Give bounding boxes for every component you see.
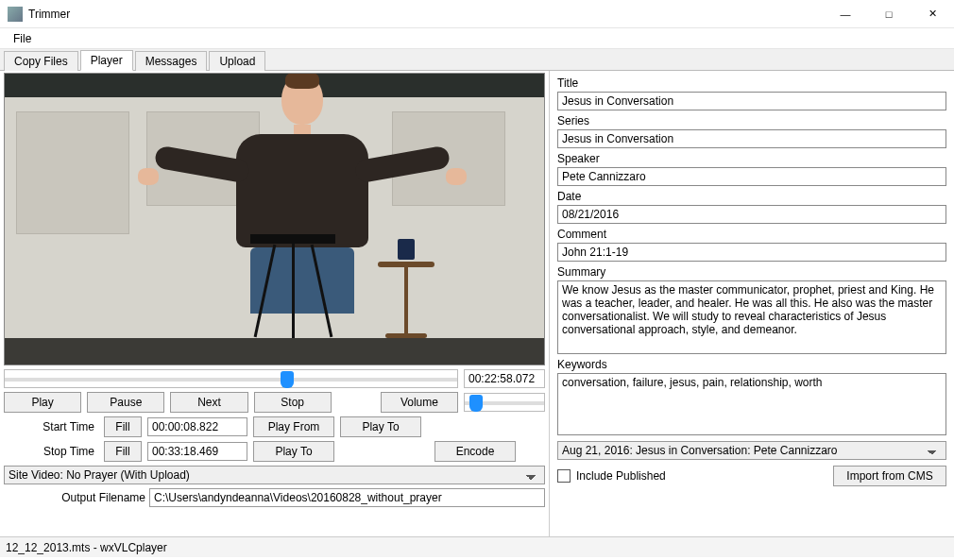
series-input[interactable] [557,129,946,148]
start-play-to-button[interactable]: Play To [340,416,421,437]
video-frame-content [5,74,544,365]
comment-label: Comment [557,228,946,241]
speaker-label: Speaker [557,152,946,165]
output-filename-label: Output Filename [4,491,145,504]
pause-button[interactable]: Pause [87,392,164,413]
play-button[interactable]: Play [4,392,81,413]
start-fill-button[interactable]: Fill [104,416,142,437]
player-panel: 00:22:58.072 Play Pause Next Stop Volume… [0,71,550,536]
summary-textarea[interactable] [557,280,946,354]
menu-file[interactable]: File [8,30,37,47]
tab-strip: Copy Files Player Messages Upload [0,49,954,71]
volume-slider[interactable] [464,393,545,412]
title-bar: Trimmer — □ ✕ [0,0,954,28]
window-title: Trimmer [28,8,824,21]
minimize-button[interactable]: — [824,0,867,28]
stop-button[interactable]: Stop [254,392,332,413]
next-button[interactable]: Next [170,392,247,413]
keywords-label: Keywords [557,358,946,371]
tab-messages[interactable]: Messages [135,51,208,71]
seek-slider[interactable] [4,369,458,388]
import-from-cms-button[interactable]: Import from CMS [833,466,946,486]
output-filename-input[interactable] [149,488,545,507]
title-label: Title [557,76,946,90]
menu-bar: File [0,28,954,49]
site-video-select[interactable]: Site Video: No Prayer (With Upload) [4,466,545,484]
include-published-label: Include Published [576,469,666,483]
keywords-textarea[interactable] [557,373,946,435]
tab-copy-files[interactable]: Copy Files [4,51,78,71]
date-label: Date [557,190,946,203]
history-select[interactable]: Aug 21, 2016: Jesus in Conversation: Pet… [557,441,946,460]
title-input[interactable] [557,92,946,110]
stop-play-to-button[interactable]: Play To [253,441,334,462]
seek-timecode: 00:22:58.072 [464,369,545,388]
tab-upload[interactable]: Upload [209,51,265,71]
speaker-input[interactable] [557,167,946,186]
stop-fill-button[interactable]: Fill [104,441,142,462]
volume-thumb[interactable] [469,395,483,412]
app-icon [8,7,23,22]
seek-thumb[interactable] [281,371,294,388]
volume-button[interactable]: Volume [381,392,458,413]
close-button[interactable]: ✕ [911,0,954,28]
encode-button[interactable]: Encode [434,441,516,462]
start-time-label: Start Time [4,420,98,433]
series-label: Series [557,114,946,127]
start-play-from-button[interactable]: Play From [253,416,334,437]
stop-time-label: Stop Time [4,445,98,458]
maximize-button[interactable]: □ [867,0,911,28]
start-time-input[interactable] [147,417,247,436]
stop-time-input[interactable] [147,442,247,461]
comment-input[interactable] [557,243,946,262]
date-input[interactable] [557,205,946,224]
metadata-panel: Title Series Speaker Date Comment Summar… [550,71,954,536]
status-bar: 12_12_2013.mts - wxVLCplayer [0,536,954,557]
include-published-checkbox[interactable] [557,469,571,483]
tab-player[interactable]: Player [80,50,133,71]
video-viewport[interactable] [4,73,545,365]
summary-label: Summary [557,265,946,279]
status-text: 12_12_2013.mts - wxVLCplayer [6,541,167,554]
